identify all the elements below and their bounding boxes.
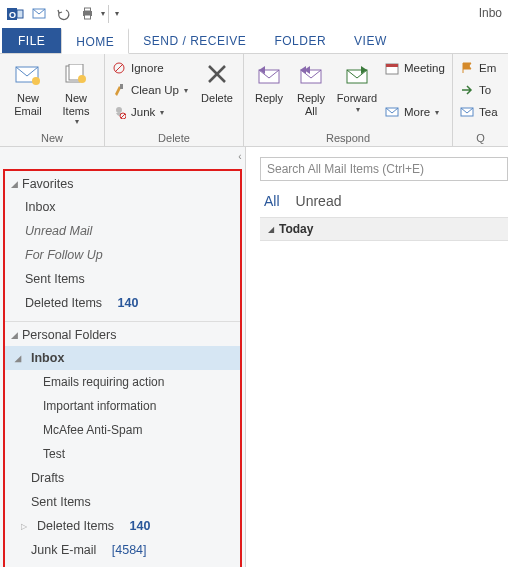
svg-rect-2: [17, 10, 23, 18]
delete-button[interactable]: Delete: [195, 57, 239, 105]
favorites-header[interactable]: ◢ Favorites: [5, 171, 240, 195]
reply-icon: [254, 61, 284, 89]
highlight-box: ◢ Favorites Inbox Unread Mail For Follow…: [3, 169, 242, 567]
new-items-icon: [61, 61, 91, 89]
forward-dropdown-icon: ▾: [356, 105, 360, 114]
window-title: Inbo: [479, 6, 502, 20]
svg-rect-5: [84, 8, 90, 11]
folder-sent[interactable]: Sent Items: [5, 490, 240, 514]
cleanup-icon: [111, 82, 127, 98]
svg-rect-14: [120, 84, 123, 89]
forward-icon: [342, 61, 372, 89]
ribbon-tabs: FILE HOME SEND / RECEIVE FOLDER VIEW: [0, 28, 508, 54]
folder-test[interactable]: Test: [5, 442, 240, 466]
folder-junk[interactable]: Junk E-mail [4584]: [5, 538, 240, 562]
delete-icon: [202, 61, 232, 89]
folder-important-info[interactable]: Important information: [5, 394, 240, 418]
group-new: New Email New Items ▾ New: [0, 54, 105, 146]
more-icon: [384, 104, 400, 120]
junk-button[interactable]: Junk ▾: [109, 101, 195, 123]
search-placeholder: Search All Mail Items (Ctrl+E): [267, 162, 424, 176]
new-items-button[interactable]: New Items ▾: [52, 57, 100, 126]
group-label-quick: Q: [457, 132, 504, 146]
meeting-button[interactable]: Meeting: [382, 57, 448, 79]
fav-follow-up[interactable]: For Follow Up: [5, 243, 240, 267]
filter-all[interactable]: All: [264, 193, 280, 209]
ignore-button[interactable]: Ignore: [109, 57, 195, 79]
cleanup-dropdown-icon: ▾: [184, 86, 188, 95]
forward-button[interactable]: Forward ▾: [332, 57, 382, 114]
group-respond: Reply Reply All Forward ▾ Meeting More: [244, 54, 453, 146]
svg-point-15: [116, 107, 122, 113]
svg-text:O: O: [9, 10, 16, 20]
main-area: ‹ ◢ Favorites Inbox Unread Mail For Foll…: [0, 147, 508, 567]
expand-triangle-icon[interactable]: ▷: [21, 522, 31, 531]
quick-step-1[interactable]: Em: [457, 57, 504, 79]
filter-bar: All Unread: [260, 181, 508, 217]
forward-small-icon: [459, 82, 475, 98]
ignore-icon: [111, 60, 127, 76]
group-quicksteps: Em To Tea Q: [453, 54, 508, 146]
new-email-icon: [13, 61, 43, 89]
folder-deleted[interactable]: ▷ Deleted Items 140: [5, 514, 240, 538]
collapse-triangle-icon: ◢: [11, 330, 18, 340]
folder-emails-action[interactable]: Emails requiring action: [5, 370, 240, 394]
reply-all-icon: [296, 61, 326, 89]
qat-send-receive-icon[interactable]: [28, 3, 50, 25]
search-input[interactable]: Search All Mail Items (Ctrl+E): [260, 157, 508, 181]
group-label-delete: Delete: [109, 132, 239, 146]
group-delete: Ignore Clean Up ▾ Junk ▾ Delete: [105, 54, 244, 146]
flag-icon: [459, 60, 475, 76]
undo-icon[interactable]: [52, 3, 74, 25]
fav-sent-items[interactable]: Sent Items: [5, 267, 240, 291]
personal-folders-header[interactable]: ◢ Personal Folders: [5, 322, 240, 346]
collapse-triangle-icon: ◢: [11, 179, 18, 189]
new-email-button[interactable]: New Email: [4, 57, 52, 117]
svg-point-11: [78, 75, 86, 83]
fav-deleted-items[interactable]: Deleted Items 140: [5, 291, 240, 315]
tab-file[interactable]: FILE: [2, 28, 61, 53]
group-label-respond: Respond: [248, 132, 448, 146]
reply-all-button[interactable]: Reply All: [290, 57, 332, 117]
tab-send-receive[interactable]: SEND / RECEIVE: [129, 28, 260, 53]
outlook-logo-icon: O: [4, 3, 26, 25]
meeting-icon: [384, 60, 400, 76]
cleanup-button[interactable]: Clean Up ▾: [109, 79, 195, 101]
qat-customize-icon[interactable]: ▾: [115, 9, 119, 18]
navigation-pane: ‹ ◢ Favorites Inbox Unread Mail For Foll…: [0, 147, 246, 567]
folder-mcafee[interactable]: McAfee Anti-Spam: [5, 418, 240, 442]
svg-point-8: [32, 77, 40, 85]
print-dropdown-icon[interactable]: ▾: [101, 9, 105, 18]
new-items-label: New Items: [63, 92, 90, 117]
svg-rect-24: [386, 64, 398, 67]
print-icon[interactable]: [76, 3, 98, 25]
svg-line-17: [121, 114, 125, 118]
quick-step-3[interactable]: Tea: [457, 101, 504, 123]
message-list-pane: Search All Mail Items (Ctrl+E) All Unrea…: [246, 147, 508, 567]
svg-rect-6: [84, 15, 90, 19]
tab-view[interactable]: VIEW: [340, 28, 401, 53]
expand-triangle-icon[interactable]: ◢: [15, 354, 25, 363]
tab-home[interactable]: HOME: [61, 28, 129, 54]
tab-folder[interactable]: FOLDER: [260, 28, 340, 53]
more-button[interactable]: More ▾: [382, 101, 448, 123]
mail-small-icon: [459, 104, 475, 120]
ribbon: New Email New Items ▾ New Ignore: [0, 54, 508, 147]
filter-unread[interactable]: Unread: [296, 193, 342, 209]
collapse-triangle-icon: ◢: [268, 225, 274, 234]
title-bar: O ▾ ▾ Inbo: [0, 0, 508, 28]
quick-step-2[interactable]: To: [457, 79, 504, 101]
new-email-label: New Email: [14, 92, 42, 117]
more-dropdown-icon: ▾: [435, 108, 439, 117]
collapse-nav-icon[interactable]: ‹: [234, 151, 246, 165]
fav-unread-mail[interactable]: Unread Mail: [5, 219, 240, 243]
fav-inbox[interactable]: Inbox: [5, 195, 240, 219]
folder-drafts[interactable]: Drafts: [5, 466, 240, 490]
svg-line-13: [115, 64, 123, 72]
new-items-dropdown-icon: ▾: [75, 117, 79, 126]
date-group-today[interactable]: ◢ Today: [260, 217, 508, 241]
junk-icon: [111, 104, 127, 120]
junk-dropdown-icon: ▾: [160, 108, 164, 117]
folder-inbox[interactable]: ◢ Inbox: [5, 346, 240, 370]
reply-button[interactable]: Reply: [248, 57, 290, 105]
